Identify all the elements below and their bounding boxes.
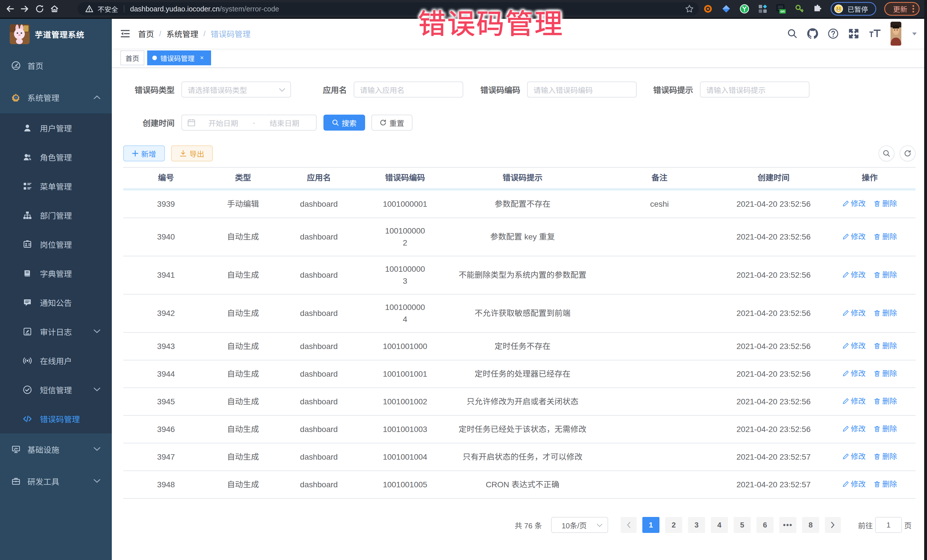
sidebar-item[interactable]: 短信管理 <box>0 375 112 404</box>
edit-link[interactable]: 修改 <box>842 307 866 319</box>
user-avatar[interactable] <box>891 22 901 46</box>
delete-link[interactable]: 删除 <box>874 367 897 380</box>
add-button[interactable]: 新增 <box>123 146 165 161</box>
search-button[interactable]: 搜索 <box>324 115 365 131</box>
edit-link[interactable]: 修改 <box>842 395 866 407</box>
breadcrumb-item-system[interactable]: 系统管理 <box>166 28 198 39</box>
cell-memo: ceshi <box>596 189 723 218</box>
page-number[interactable]: 2 <box>665 517 682 533</box>
sidebar-item-label: 部门管理 <box>40 209 72 221</box>
sidebar-item[interactable]: 错误码管理 <box>0 404 112 433</box>
user-caret-down-icon[interactable] <box>911 30 918 37</box>
delete-link[interactable]: 删除 <box>874 269 897 281</box>
sidebar-item[interactable]: 基础设施 <box>0 433 112 465</box>
extension-green-icon[interactable] <box>739 4 749 14</box>
hamburger-icon[interactable] <box>112 29 138 38</box>
refresh-table-icon[interactable] <box>900 146 916 161</box>
breadcrumb-item-home[interactable]: 首页 <box>138 28 154 39</box>
delete-link[interactable]: 删除 <box>874 478 897 490</box>
sidebar-item[interactable]: 在线用户 <box>0 346 112 375</box>
bookmark-star-icon[interactable] <box>685 4 694 14</box>
header-font-size-icon[interactable] <box>869 29 881 39</box>
cell-app: dashboard <box>277 218 360 256</box>
sidebar-item[interactable]: 首页 <box>0 50 112 82</box>
browser-reload-icon[interactable] <box>35 4 44 14</box>
prev-page-button[interactable] <box>621 517 637 533</box>
page-number[interactable]: ••• <box>779 517 796 533</box>
edit-link[interactable]: 修改 <box>842 450 866 463</box>
date-range-picker[interactable]: 开始日期 - 结束日期 <box>181 115 317 131</box>
msg-input[interactable]: 请输入错误码提示 <box>700 82 810 97</box>
extensions-puzzle-icon[interactable] <box>812 4 823 14</box>
sidebar-item-label: 基础设施 <box>27 444 59 455</box>
cell-actions: 修改删除 <box>824 218 916 256</box>
tag-item[interactable]: 首页 <box>120 50 144 65</box>
code-input[interactable]: 请输入错误码编码 <box>527 82 637 97</box>
header-search-icon[interactable] <box>787 29 798 39</box>
sidebar-item[interactable]: 系统管理 <box>0 82 112 114</box>
extension-grid-icon[interactable] <box>758 4 768 14</box>
delete-link[interactable]: 删除 <box>874 395 897 407</box>
edit-link[interactable]: 修改 <box>842 269 866 281</box>
sidebar-item[interactable]: 岗位管理 <box>0 230 112 259</box>
cell-app: dashboard <box>277 294 360 332</box>
delete-link[interactable]: 删除 <box>874 423 897 435</box>
header-fullscreen-icon[interactable] <box>848 28 859 39</box>
table-row: 3940 自动生成 dashboard 100100000 2 参数配置 key… <box>123 218 916 256</box>
address-bar[interactable]: 不安全 dashboard.yudao.iocoder.cn/system/er… <box>78 2 699 15</box>
edit-link[interactable]: 修改 <box>842 478 866 490</box>
sidebar-logo[interactable]: 芋道管理系统 <box>0 19 112 50</box>
sidebar-item[interactable]: 审计日志 <box>0 317 112 346</box>
browser-menu-kebab-icon[interactable] <box>912 5 914 12</box>
edit-link[interactable]: 修改 <box>842 231 866 243</box>
cell-actions: 修改删除 <box>824 471 916 498</box>
sidebar-item[interactable]: 菜单管理 <box>0 171 112 201</box>
edit-link[interactable]: 修改 <box>842 197 866 210</box>
browser-home-icon[interactable] <box>50 4 59 14</box>
page-number[interactable]: 4 <box>711 517 728 533</box>
edit-link[interactable]: 修改 <box>842 340 866 352</box>
not-secure-label: 不安全 <box>97 4 118 14</box>
sidebar-item[interactable]: 字典管理 <box>0 259 112 288</box>
edit-link[interactable]: 修改 <box>842 423 866 435</box>
export-button[interactable]: 导出 <box>171 146 213 161</box>
cell-app: dashboard <box>277 332 360 360</box>
delete-link[interactable]: 删除 <box>874 340 897 352</box>
delete-link[interactable]: 删除 <box>874 197 897 210</box>
sidebar-item[interactable]: 用户管理 <box>0 114 112 143</box>
page-number[interactable]: 3 <box>688 517 705 533</box>
edit-link[interactable]: 修改 <box>842 367 866 380</box>
sidebar-item[interactable]: 研发工具 <box>0 465 112 497</box>
delete-link[interactable]: 删除 <box>874 307 897 319</box>
sidebar-item[interactable]: 角色管理 <box>0 143 112 171</box>
reset-button[interactable]: 重置 <box>371 115 412 131</box>
page-number[interactable]: 8 <box>802 517 819 533</box>
page-number[interactable]: 5 <box>734 517 751 533</box>
sidebar-item-label: 错误码管理 <box>40 413 80 425</box>
extension-on-badge-icon[interactable]: on <box>776 4 786 14</box>
page-number[interactable]: 6 <box>757 517 774 533</box>
tag-close-icon[interactable]: × <box>198 54 206 62</box>
type-select[interactable]: 请选择错误码类型 <box>181 82 291 97</box>
delete-link[interactable]: 删除 <box>874 450 897 463</box>
show-search-toggle-icon[interactable] <box>878 146 895 161</box>
delete-link[interactable]: 删除 <box>874 231 897 243</box>
extension-key-icon[interactable] <box>794 4 804 14</box>
tag-item[interactable]: 错误码管理 × <box>147 50 211 65</box>
sidebar-item[interactable]: 部门管理 <box>0 201 112 230</box>
next-page-button[interactable] <box>825 517 841 533</box>
header-github-icon[interactable] <box>807 28 818 39</box>
sidebar-item[interactable]: 通知公告 <box>0 288 112 317</box>
browser-back-icon[interactable] <box>5 4 15 14</box>
goto-page-input[interactable]: 1 <box>875 517 902 533</box>
extension-target-icon[interactable] <box>703 4 713 14</box>
profile-chip[interactable]: 已暂停 <box>831 2 876 16</box>
app-name-input[interactable]: 请输入应用名 <box>354 82 463 97</box>
page-size-select[interactable]: 10条/页 <box>551 517 608 533</box>
page-number[interactable]: 1 <box>642 517 660 533</box>
header-help-icon[interactable] <box>828 28 839 39</box>
browser-update-button[interactable]: 更新 <box>884 2 919 16</box>
extension-diamond-icon[interactable] <box>721 4 731 14</box>
app-title: 芋道管理系统 <box>35 29 84 40</box>
browser-forward-icon[interactable] <box>20 4 30 14</box>
